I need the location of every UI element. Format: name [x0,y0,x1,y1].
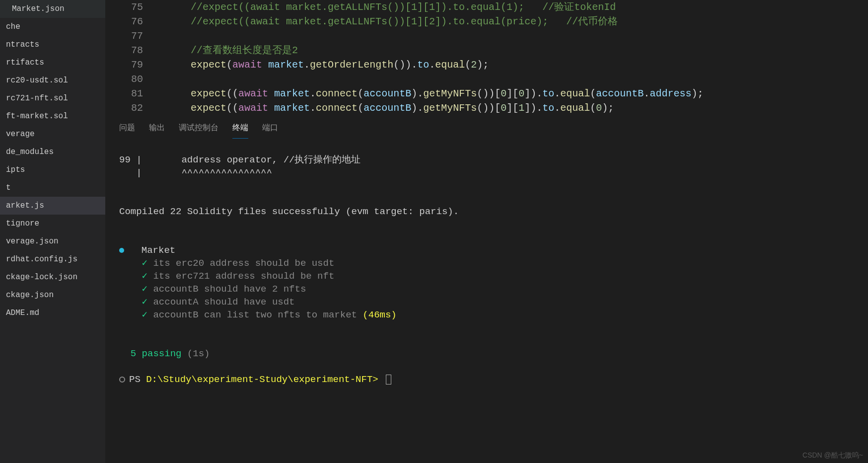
code-editor[interactable]: 7576777879808182 //expect((await market.… [105,0,868,115]
panel-tab-0[interactable]: 问题 [119,120,135,139]
compile-message: Compiled 22 Solidity files successfully … [119,206,459,217]
warn-line-no: 99 | [119,154,142,165]
code-line[interactable]: //expect((await market.getALLNFTs())[1][… [155,0,868,14]
sidebar-item-arketjs[interactable]: arket.js [0,197,105,215]
sidebar-item-verage[interactable]: verage [0,125,105,143]
line-number: 81 [105,86,143,101]
sidebar-item-admemd[interactable]: ADME.md [0,304,105,322]
terminal-panel[interactable]: 99 | address operator, //执行操作的地址 | ^^^^^… [105,139,868,463]
line-number-gutter: 7576777879808182 [105,0,155,115]
suite-name: Market [142,245,175,256]
line-number: 78 [105,43,143,58]
warn-line-pipe: | [119,167,142,178]
sidebar-item-ntracts[interactable]: ntracts [0,36,105,54]
warn-text-1: address operator, //执行操作的地址 [142,154,361,165]
panel-tab-3[interactable]: 终端 [232,120,248,139]
cursor-icon [386,375,391,385]
check-icon: ✓ [142,309,147,320]
test-msg: accountB should have 2 nfts [153,284,306,295]
line-number: 77 [105,29,143,43]
suite-bullet-icon [119,248,124,253]
line-number: 79 [105,58,143,72]
prompt-ps: PS [129,374,141,385]
test-time: (46ms) [362,309,396,320]
sidebar-item-rtifacts[interactable]: rtifacts [0,54,105,72]
sidebar-item-tignore[interactable]: tignore [0,215,105,232]
test-msg: accountA should have usdt [153,297,294,308]
test-msg: its erc20 address should be usdt [153,258,334,269]
check-icon: ✓ [142,284,147,295]
sidebar-item-t[interactable]: t [0,179,105,197]
prompt-path: D:\Study\experiment-Study\experiment-NFT… [146,374,378,385]
line-number: 82 [105,101,143,115]
code-line[interactable]: expect((await market.connect(accountB).g… [155,86,868,101]
line-number: 75 [105,0,143,14]
sidebar-item-ckagejson[interactable]: ckage.json [0,286,105,304]
sidebar-item-rc721nftsol[interactable]: rc721-nft.sol [0,89,105,107]
sidebar-item-ftmarketsol[interactable]: ft-market.sol [0,107,105,125]
line-number: 80 [105,72,143,86]
panel-tab-2[interactable]: 调试控制台 [179,120,218,139]
sidebar-item-che[interactable]: che [0,18,105,36]
code-line[interactable]: expect(await market.getOrderLength()).to… [155,58,868,72]
check-icon: ✓ [142,258,147,269]
sidebar-item-ipts[interactable]: ipts [0,161,105,179]
main-area: 7576777879808182 //expect((await market.… [105,0,868,463]
test-results: ✓ its erc20 address should be usdt ✓ its… [119,257,854,321]
code-line[interactable]: //expect((await market.getALLNFTs())[1][… [155,14,868,29]
code-line[interactable]: expect((await market.connect(accountB).g… [155,101,868,115]
watermark: CSDN @酷七嗷呜~ [802,451,863,460]
code-area[interactable]: //expect((await market.getALLNFTs())[1][… [155,0,868,115]
test-msg: accountB can list two nfts to market [153,309,357,320]
panel-tab-1[interactable]: 输出 [149,120,165,139]
panel-tab-4[interactable]: 端口 [262,120,278,139]
passing-count: 5 passing [131,348,182,359]
prompt-circle-icon [119,377,125,383]
sidebar-item-demodules[interactable]: de_modules [0,143,105,161]
panel-tabs: 问题输出调试控制台终端端口 [105,115,868,139]
sidebar-item-veragejson[interactable]: verage.json [0,232,105,250]
sidebar-item-ckagelockjson[interactable]: ckage-lock.json [0,268,105,286]
sidebar-item-marketjson[interactable]: Market.json [0,0,105,18]
warn-text-2: ^^^^^^^^^^^^^^^^ [142,167,272,178]
code-line[interactable] [155,72,868,86]
file-explorer-sidebar: Market.jsonchentractsrtifactsrc20-usdt.s… [0,0,105,463]
sidebar-item-rdhatconfigjs[interactable]: rdhat.config.js [0,250,105,268]
check-icon: ✓ [142,297,147,308]
code-line[interactable]: //查看数组长度是否是2 [155,43,868,58]
check-icon: ✓ [142,271,147,282]
passing-time: (1s) [187,348,210,359]
sidebar-item-rc20usdtsol[interactable]: rc20-usdt.sol [0,72,105,89]
code-line[interactable] [155,29,868,43]
line-number: 76 [105,14,143,29]
test-msg: its erc721 address should be nft [153,271,334,282]
